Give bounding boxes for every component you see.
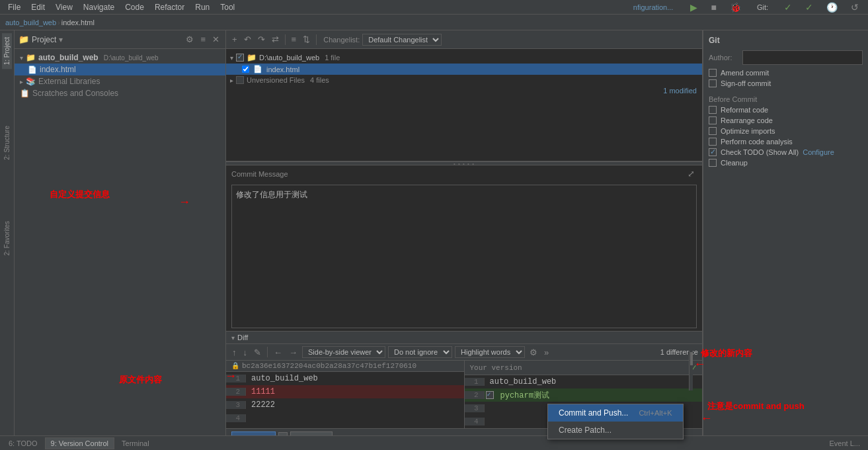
git-title: Git bbox=[709, 36, 863, 45]
expand-icon-root: ▾ bbox=[20, 54, 23, 62]
changelist-path: D:\auto_build_web bbox=[259, 54, 319, 62]
menu-file[interactable]: File bbox=[3, 3, 26, 12]
breadcrumb-bar: auto_build_web › index.html bbox=[0, 15, 868, 30]
diff-line-left-4: 4 bbox=[226, 412, 464, 425]
line-num-right-4: 4 bbox=[465, 418, 485, 426]
inline-checkbox[interactable]: ✓ bbox=[486, 391, 494, 399]
align-icon[interactable]: ≡ bbox=[290, 34, 299, 45]
diff-left-lines: 1 auto_build_web 2 11111 3 22222 4 bbox=[226, 372, 464, 425]
diff-left-panel: 🔒 bc2a36e16372204ac0b2a28a37c47b1ef12706… bbox=[226, 361, 465, 428]
menu-navigate[interactable]: Navigate bbox=[78, 3, 120, 12]
expand-msg-icon[interactable]: ⤢ bbox=[686, 168, 697, 179]
viewer-select[interactable]: Side-by-side viewer bbox=[302, 346, 385, 358]
tab-version-control[interactable]: 9: Version Control bbox=[45, 437, 114, 449]
create-patch-label: Create Patch... bbox=[559, 426, 612, 435]
tab-favorites[interactable]: 2: Favorites bbox=[2, 217, 12, 259]
tree-item-scratches[interactable]: 📋 Scratches and Consoles bbox=[15, 87, 225, 99]
file-entry-index[interactable]: 📄 index.html bbox=[226, 64, 702, 75]
analysis-checkbox[interactable] bbox=[709, 138, 717, 146]
close-panel-icon[interactable]: ✕ bbox=[210, 34, 221, 45]
changelist-checkbox[interactable]: ✓ bbox=[236, 54, 244, 62]
optimize-checkbox[interactable] bbox=[709, 127, 717, 135]
diff-down-icon[interactable]: ↓ bbox=[241, 347, 250, 358]
menu-tool[interactable]: Tool bbox=[215, 3, 240, 12]
ignore-select[interactable]: Do not ignore bbox=[388, 346, 452, 358]
menu-code[interactable]: Code bbox=[120, 3, 149, 12]
menu-refactor[interactable]: Refactor bbox=[149, 3, 190, 12]
html-file-icon: 📄 bbox=[28, 66, 37, 74]
amend-checkbox[interactable] bbox=[709, 69, 717, 77]
highlight-select[interactable]: Highlight words bbox=[455, 346, 525, 358]
run-icon[interactable]: ▶ bbox=[685, 2, 703, 13]
git-check-icon[interactable]: ✓ bbox=[779, 2, 797, 13]
rearrange-label: Rearrange code bbox=[721, 116, 773, 124]
tab-project[interactable]: 1: Project bbox=[2, 33, 12, 69]
changelist-select[interactable]: Default Changelist bbox=[362, 34, 442, 46]
reformat-row: Reformat code bbox=[709, 106, 863, 114]
layout-icon[interactable]: ≡ bbox=[198, 34, 208, 45]
stop-icon[interactable]: ■ bbox=[705, 2, 721, 13]
context-menu-create-patch[interactable]: Create Patch... bbox=[548, 422, 683, 439]
git-author-input[interactable] bbox=[742, 50, 863, 65]
tab-todo[interactable]: 6: TODO bbox=[3, 437, 44, 449]
reformat-checkbox[interactable] bbox=[709, 106, 717, 114]
project-header-icons: ⚙ ≡ ✕ bbox=[184, 34, 221, 45]
tree-item-index[interactable]: 📄 index.html bbox=[15, 64, 225, 75]
settings-icon[interactable]: ⚙ bbox=[184, 34, 196, 45]
cleanup-label: Cleanup bbox=[721, 159, 748, 167]
tree-path-root: D:\auto_build_web bbox=[104, 54, 159, 62]
diff-edit-icon[interactable]: ✎ bbox=[252, 347, 263, 358]
diff-back-icon[interactable]: ← bbox=[272, 347, 284, 358]
bottom-bar: 6: TODO 9: Version Control Terminal Even… bbox=[0, 435, 868, 450]
breadcrumb-project[interactable]: auto_build_web bbox=[5, 19, 56, 26]
unversioned-row[interactable]: ▸ Unversioned Files 4 files bbox=[226, 75, 702, 85]
menu-view[interactable]: View bbox=[50, 3, 78, 12]
tab-structure[interactable]: 2: Structure bbox=[2, 122, 12, 164]
menu-run[interactable]: Run bbox=[190, 3, 215, 12]
file-list-area: ▾ ✓ 📁 D:\auto_build_web 1 file 📄 index.h… bbox=[226, 49, 702, 161]
commit-message-input[interactable] bbox=[231, 185, 697, 328]
breadcrumb-file[interactable]: index.html bbox=[61, 19, 95, 26]
context-menu-commit-push[interactable]: Commit and Push... Ctrl+Alt+K bbox=[548, 404, 683, 422]
git-clock-icon[interactable]: 🕐 bbox=[821, 2, 843, 13]
todo-checkbox[interactable] bbox=[709, 148, 717, 156]
commit-msg-area bbox=[226, 182, 702, 331]
sort-icon[interactable]: ⇅ bbox=[301, 34, 312, 45]
diff-arrow-icon[interactable]: » bbox=[542, 347, 551, 358]
diff-up-icon[interactable]: ↑ bbox=[230, 347, 239, 358]
diff-left-label: 🔒 bc2a36e16372204ac0b2a28a37c47b1ef12706… bbox=[226, 361, 464, 372]
redo-icon[interactable]: ↷ bbox=[256, 34, 267, 45]
cleanup-row: Cleanup bbox=[709, 159, 863, 167]
tree-item-external[interactable]: ▸ 📚 External Libraries bbox=[15, 75, 225, 87]
unversioned-checkbox[interactable] bbox=[236, 76, 244, 84]
file-checkbox-index[interactable] bbox=[242, 66, 249, 73]
debug-icon[interactable]: 🐞 bbox=[725, 2, 746, 13]
tree-item-root[interactable]: ▾ 📁 auto_build_web D:\auto_build_web bbox=[15, 52, 225, 64]
diff-settings-icon[interactable]: ⚙ bbox=[528, 347, 539, 358]
context-menu: Commit and Push... Ctrl+Alt+K Create Pat… bbox=[547, 404, 684, 439]
center-panel: + ↶ ↷ ⇄ ≡ ⇅ Changelist: Default Changeli… bbox=[226, 30, 703, 450]
diff-icon[interactable]: ⇄ bbox=[270, 34, 281, 45]
configure-link[interactable]: Configure bbox=[803, 148, 834, 156]
cleanup-checkbox[interactable] bbox=[709, 159, 717, 167]
signoff-row: Sign-off commit bbox=[709, 79, 863, 87]
menu-edit[interactable]: Edit bbox=[26, 3, 50, 12]
tab-terminal[interactable]: Terminal bbox=[116, 437, 155, 449]
git-check2-icon[interactable]: ✓ bbox=[800, 2, 818, 13]
git-history-icon[interactable]: ↺ bbox=[846, 2, 864, 13]
diff-scrollbar[interactable] bbox=[689, 351, 693, 390]
add-icon[interactable]: + bbox=[230, 34, 239, 45]
configuration-link[interactable]: nfiguration... bbox=[628, 3, 679, 11]
signoff-checkbox[interactable] bbox=[709, 79, 717, 87]
event-log[interactable]: Event L... bbox=[830, 439, 865, 447]
diff-line-left-2: 2 11111 bbox=[226, 385, 464, 398]
dropdown-icon[interactable]: ▾ bbox=[59, 35, 63, 44]
line-content-right-2: pycharm测试 bbox=[495, 390, 703, 401]
project-title-group: 📁 Project ▾ bbox=[19, 34, 63, 44]
diff-scroll-thumb bbox=[690, 352, 693, 365]
rearrange-checkbox[interactable] bbox=[709, 116, 717, 124]
diff-forward-icon[interactable]: → bbox=[287, 347, 299, 358]
changelist-header[interactable]: ▾ ✓ 📁 D:\auto_build_web 1 file bbox=[226, 52, 702, 64]
expand-diff-icon[interactable]: ▾ bbox=[231, 334, 235, 341]
undo-icon[interactable]: ↶ bbox=[242, 34, 253, 45]
